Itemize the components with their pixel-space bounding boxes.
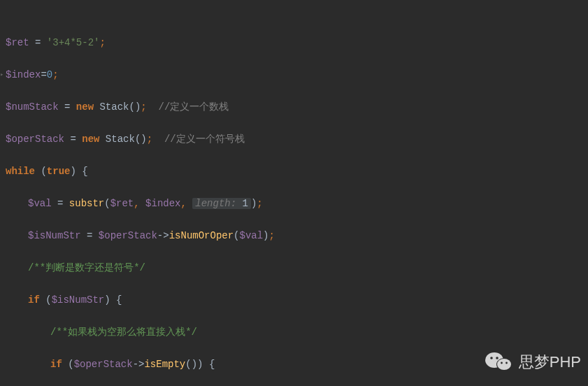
code-editor[interactable]: ▸ $ret = '3+4*5-2'; $index=0; $numStack … <box>0 0 588 386</box>
code-line: $isNumStr = $operStack->isNumOrOper($val… <box>6 228 588 244</box>
svg-point-6 <box>505 362 508 364</box>
code-line: $index=0; <box>6 67 588 83</box>
svg-point-5 <box>501 362 503 364</box>
watermark-text: 思梦PHP <box>519 354 581 370</box>
code-line: $operStack = new Stack(); //定义一个符号栈 <box>6 131 588 148</box>
code-line: $numStack = new Stack(); //定义一个数栈 <box>6 99 588 115</box>
wechat-icon <box>485 351 512 372</box>
code-line: /**判断是数字还是符号*/ <box>6 260 588 276</box>
fold-marker-icon[interactable]: ▸ <box>0 67 6 74</box>
svg-point-3 <box>490 357 493 359</box>
parameter-hint: length: 1 <box>192 198 251 209</box>
code-line: $ret = '3+4*5-2'; <box>6 35 588 51</box>
svg-point-4 <box>496 357 499 359</box>
code-line: $val = substr($ret, $index, length: 1); <box>6 196 588 212</box>
watermark: 思梦PHP <box>485 351 581 372</box>
svg-point-2 <box>497 359 511 370</box>
code-line: while (true) { <box>6 164 588 180</box>
code-line: /**如果栈为空那么将直接入栈*/ <box>6 324 588 341</box>
code-line: if ($isNumStr) { <box>6 292 588 308</box>
